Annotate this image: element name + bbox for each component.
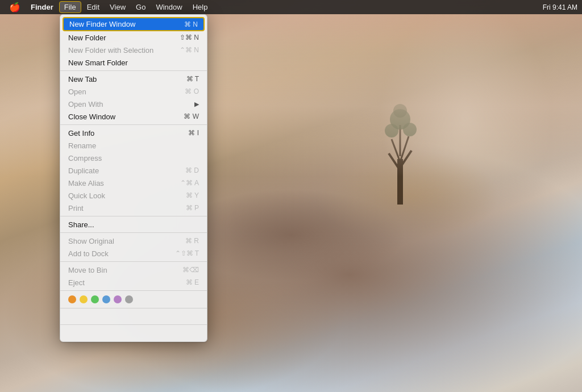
tree-decoration	[380, 80, 420, 205]
menu-item-share-label: Share...	[68, 220, 199, 229]
menu-item-compress-label: Compress	[68, 154, 199, 162]
color-tags-row	[60, 293, 207, 306]
menu-item-quick-look-shortcut: ⌘ Y	[186, 191, 199, 199]
menubar-view[interactable]: View	[105, 2, 130, 12]
menu-item-new-tab-label: New Tab	[68, 75, 182, 84]
file-dropdown-menu: New Finder Window ⌘ N New Folder ⇧⌘ N Ne…	[60, 14, 207, 342]
menubar-window[interactable]: Window	[151, 2, 186, 12]
menu-item-eject-label: Eject	[68, 278, 181, 287]
menu-item-find[interactable]	[60, 327, 207, 339]
menu-item-new-folder-selection-label: New Folder with Selection	[68, 46, 175, 55]
menu-item-print-shortcut: ⌘ P	[186, 204, 199, 212]
menu-item-tags[interactable]	[60, 310, 207, 323]
menubar-go[interactable]: Go	[131, 2, 150, 12]
menu-item-quick-look: Quick Look ⌘ Y	[60, 189, 207, 202]
tag-orange[interactable]	[68, 295, 76, 303]
separator-4	[60, 232, 207, 233]
menu-item-close-window-label: Close Window	[68, 112, 179, 121]
menu-item-make-alias-shortcut: ⌃⌘ A	[180, 179, 199, 187]
menu-item-make-alias-label: Make Alias	[68, 179, 176, 187]
menu-item-compress: Compress	[60, 152, 207, 164]
svg-line-4	[400, 136, 409, 162]
menu-item-open-shortcut: ⌘ O	[185, 87, 199, 95]
menubar-left: 🍎 Finder File Edit View Go Window Help	[5, 1, 212, 13]
menu-item-open-with-label: Open With	[68, 100, 194, 109]
menu-item-eject-shortcut: ⌘ E	[186, 278, 199, 286]
tag-purple[interactable]	[114, 295, 122, 303]
menu-item-show-original: Show Original ⌘ R	[60, 235, 207, 247]
menu-item-move-to-bin-label: Move to Bin	[68, 266, 178, 274]
menu-item-get-info-shortcut: ⌘ I	[188, 129, 199, 137]
menu-item-rename-label: Rename	[68, 141, 199, 150]
menu-item-share[interactable]: Share...	[60, 218, 207, 231]
menu-item-add-to-dock-shortcut: ⌃⇧⌘ T	[175, 249, 199, 257]
open-with-arrow-icon: ▶	[194, 101, 199, 108]
menu-item-new-finder-window-shortcut: ⌘ N	[184, 20, 198, 28]
menu-item-new-folder-shortcut: ⇧⌘ N	[180, 34, 199, 41]
menu-item-move-to-bin-shortcut: ⌘⌫	[182, 266, 199, 274]
separator-6	[60, 290, 207, 291]
svg-point-8	[403, 123, 417, 136]
menubar: 🍎 Finder File Edit View Go Window Help F…	[0, 0, 582, 14]
menu-item-get-info[interactable]: Get Info ⌘ I	[60, 127, 207, 139]
svg-line-3	[392, 139, 400, 162]
menu-item-add-to-dock: Add to Dock ⌃⇧⌘ T	[60, 247, 207, 260]
menubar-clock: Fri 9:41 AM	[543, 3, 577, 11]
menu-item-add-to-dock-label: Add to Dock	[68, 249, 171, 258]
menu-item-new-folder-label: New Folder	[68, 34, 175, 42]
separator-7	[60, 308, 207, 308]
menu-item-new-tab-shortcut: ⌘ T	[186, 75, 199, 83]
separator-3	[60, 216, 207, 216]
svg-point-6	[390, 109, 410, 130]
menu-item-show-original-label: Show Original	[68, 237, 181, 245]
menu-item-print: Print ⌘ P	[60, 202, 207, 214]
menu-item-move-to-bin: Move to Bin ⌘⌫	[60, 264, 207, 276]
menu-item-show-original-shortcut: ⌘ R	[185, 237, 199, 245]
menu-item-duplicate: Duplicate ⌘ D	[60, 164, 207, 177]
menu-item-new-smart-folder-label: New Smart Folder	[68, 59, 199, 67]
tag-blue[interactable]	[102, 295, 110, 303]
menubar-file[interactable]: File	[59, 1, 81, 13]
menu-item-new-folder-selection: New Folder with Selection ⌃⌘ N	[60, 44, 207, 56]
menu-item-quick-look-label: Quick Look	[68, 191, 181, 200]
svg-point-7	[385, 124, 398, 137]
menu-item-rename: Rename	[60, 139, 207, 152]
apple-menu[interactable]: 🍎	[5, 2, 25, 12]
menu-item-duplicate-label: Duplicate	[68, 166, 181, 175]
menu-item-new-folder-selection-shortcut: ⌃⌘ N	[180, 46, 199, 54]
menubar-help[interactable]: Help	[188, 2, 213, 12]
menu-item-new-smart-folder[interactable]: New Smart Folder	[60, 56, 207, 69]
menu-item-new-folder[interactable]: New Folder ⇧⌘ N	[60, 31, 207, 44]
menu-item-new-finder-window-label: New Finder Window	[69, 20, 180, 28]
svg-rect-0	[397, 159, 403, 205]
separator-8	[60, 324, 207, 325]
tag-gray[interactable]	[125, 295, 133, 303]
svg-point-9	[393, 104, 407, 118]
menu-item-open-with: Open With ▶	[60, 98, 207, 110]
menu-item-close-window[interactable]: Close Window ⌘ W	[60, 110, 207, 123]
menu-item-new-tab[interactable]: New Tab ⌘ T	[60, 73, 207, 85]
tag-green[interactable]	[91, 295, 99, 303]
separator-5	[60, 261, 207, 262]
menu-item-close-window-shortcut: ⌘ W	[184, 112, 199, 120]
menu-item-duplicate-shortcut: ⌘ D	[185, 166, 199, 174]
menubar-finder[interactable]: Finder	[26, 2, 58, 12]
separator-2	[60, 124, 207, 125]
menu-item-open-label: Open	[68, 87, 180, 96]
menu-item-print-label: Print	[68, 204, 181, 212]
menu-item-new-finder-window[interactable]: New Finder Window ⌘ N	[63, 17, 205, 31]
svg-line-2	[400, 151, 411, 168]
menubar-edit[interactable]: Edit	[82, 2, 104, 12]
svg-line-1	[389, 153, 400, 170]
menu-item-make-alias: Make Alias ⌃⌘ A	[60, 177, 207, 189]
tag-yellow[interactable]	[80, 295, 88, 303]
separator-1	[60, 70, 207, 71]
menu-item-eject: Eject ⌘ E	[60, 276, 207, 289]
menu-item-open: Open ⌘ O	[60, 85, 207, 98]
menu-item-get-info-label: Get Info	[68, 129, 184, 137]
